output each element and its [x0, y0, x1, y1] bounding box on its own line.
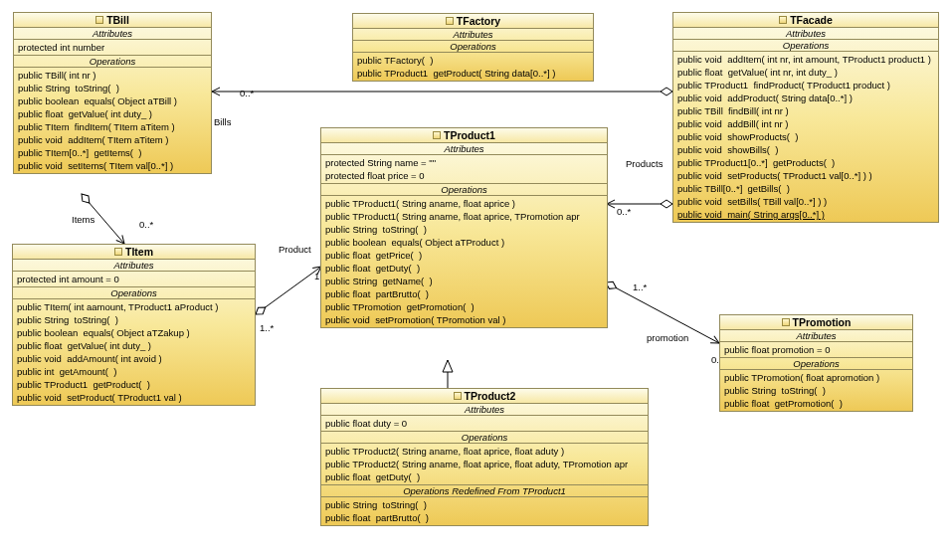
role-promotion: promotion: [647, 332, 688, 343]
attributes-header: Attributes: [321, 404, 648, 416]
attributes-header: Attributes: [13, 260, 255, 272]
class-title: TProduct2: [321, 389, 648, 404]
class-title: TBill: [14, 13, 211, 28]
class-icon: [114, 248, 122, 256]
attributes-header: Attributes: [14, 28, 211, 40]
class-tproduct1: TProduct1 Attributes protected String na…: [320, 127, 608, 328]
operations-body: public TBill( int nr ) public String toS…: [14, 68, 211, 173]
attributes-header: Attributes: [720, 330, 912, 342]
class-tpromotion: TPromotion Attributes public float promo…: [719, 314, 913, 412]
operations-body: public TPromotion( float apromotion ) pu…: [720, 370, 912, 411]
mult-item-src: 1..*: [260, 322, 274, 333]
class-icon: [779, 16, 787, 24]
operations-body: public TItem( int aamount, TProduct1 aPr…: [13, 299, 255, 405]
class-title: TFactory: [353, 14, 593, 29]
mult-bills: 0..*: [240, 88, 254, 98]
operations-body: public TFactory( ) public TProduct1 getP…: [353, 53, 593, 81]
svg-line-1: [256, 267, 321, 314]
operations-header: Operations: [13, 287, 255, 299]
attributes-body: protected int amount = 0: [13, 272, 255, 287]
role-product: Product: [279, 244, 311, 255]
attributes-body: public float promotion = 0: [720, 342, 912, 358]
attributes-body: public float duty = 0: [321, 416, 648, 432]
mult-items: 0..*: [139, 219, 153, 230]
operations-header: Operations: [353, 41, 593, 53]
class-icon: [446, 17, 454, 25]
role-items: Items: [72, 214, 95, 225]
class-title: TProduct1: [321, 128, 607, 143]
operations-body: public void addItem( int nr, int amount,…: [673, 52, 938, 222]
redefined-header: Operations Redefined From TProduct1: [321, 485, 648, 497]
class-icon: [433, 131, 441, 139]
class-icon: [95, 16, 103, 24]
static-op: public void main( String args[0..*] ): [677, 209, 825, 220]
class-tbill: TBill Attributes protected int number Op…: [13, 12, 212, 174]
class-title: TPromotion: [720, 315, 912, 330]
class-titem: TItem Attributes protected int amount = …: [12, 244, 256, 406]
attributes-body: protected String name = "" protected flo…: [321, 155, 607, 184]
class-tfacade: TFacade Attributes Operations public voi…: [672, 12, 939, 223]
mult-prom-src: 1..*: [633, 281, 647, 292]
redefined-body: public String toString( ) public float p…: [321, 497, 648, 525]
attributes-body: protected int number: [14, 40, 211, 56]
class-tproduct2: TProduct2 Attributes public float duty =…: [320, 388, 649, 526]
class-title: TItem: [13, 245, 255, 260]
attributes-header: Attributes: [673, 28, 938, 40]
mult-products: 0..*: [617, 206, 631, 217]
mult-item-dst: 1: [314, 271, 319, 281]
attributes-header: Attributes: [353, 29, 593, 41]
role-bills: Bills: [214, 116, 231, 127]
operations-header: Operations: [14, 56, 211, 68]
operations-body: public TProduct2( String aname, float ap…: [321, 444, 648, 485]
class-title: TFacade: [673, 13, 938, 28]
class-tfactory: TFactory Attributes Operations public TF…: [352, 13, 594, 82]
operations-header: Operations: [673, 40, 938, 52]
class-icon: [782, 318, 790, 326]
attributes-header: Attributes: [321, 143, 607, 155]
operations-body: public TProduct1( String aname, float ap…: [321, 196, 607, 327]
class-icon: [454, 392, 462, 400]
operations-header: Operations: [720, 358, 912, 370]
operations-header: Operations: [321, 184, 607, 196]
operations-header: Operations: [321, 432, 648, 444]
role-products: Products: [626, 158, 664, 169]
